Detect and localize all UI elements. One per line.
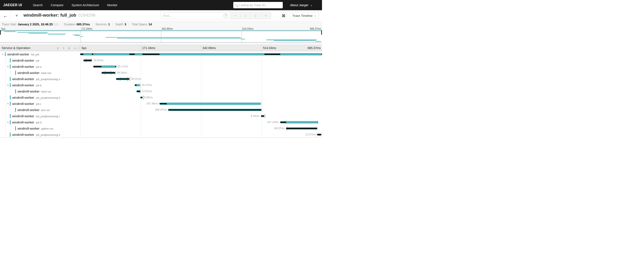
nav-item-monitor[interactable]: Monitor bbox=[103, 4, 122, 7]
tree-cell-job_postprocessing-d[interactable]: windmill-workerjob_postprocessing d bbox=[0, 132, 80, 138]
service-color-marker bbox=[10, 83, 11, 87]
timeline-minimap[interactable] bbox=[0, 30, 322, 42]
span-bar-job-b[interactable] bbox=[135, 84, 140, 86]
minimap-axis-tick: 342.69ms bbox=[162, 27, 173, 30]
find-input[interactable] bbox=[160, 12, 221, 19]
tree-cell-python-run[interactable]: windmill-workerpython run bbox=[0, 125, 80, 132]
indent-guide bbox=[6, 107, 6, 113]
tree-cell-job-a[interactable]: ∨windmill-workerjob a bbox=[0, 64, 80, 70]
focus-span-button[interactable]: ⌖ bbox=[230, 12, 240, 19]
operation-name: job_postprocessing b bbox=[36, 96, 60, 99]
span-duration-label: 15.27ms bbox=[142, 82, 152, 88]
span-row: windmill-workerbun run264.47ms bbox=[0, 107, 322, 113]
span-event-tick bbox=[286, 120, 286, 124]
service-name: windmill-workerfull_job bbox=[7, 51, 39, 58]
prev-result-button[interactable]: ∧ bbox=[240, 12, 250, 19]
tree-cell-full_job[interactable]: ∨windmill-workerfull_job bbox=[0, 51, 80, 57]
tree-cell-job_postprocessing-c[interactable]: windmill-workerjob_postprocessing c bbox=[0, 113, 80, 119]
span-row: windmill-workerbash run39.34ms bbox=[0, 70, 322, 76]
tree-cell-bun-run[interactable]: windmill-workerbun run bbox=[0, 107, 80, 113]
span-bar-bun-run[interactable] bbox=[168, 109, 262, 111]
tree-cell-job-b[interactable]: ∨windmill-workerjob b bbox=[0, 82, 80, 88]
span-rows: ∨windmill-workerfull_jobwindmill-workerj… bbox=[0, 51, 322, 138]
span-event-tick bbox=[168, 108, 168, 112]
span-row: windmill-workerbash run10.51ms bbox=[0, 88, 322, 94]
jaeger-logo[interactable]: JAEGER UI bbox=[3, 3, 22, 7]
service-color-marker bbox=[15, 108, 16, 112]
collapse-trace-chevron-icon[interactable]: ∨ bbox=[15, 14, 18, 18]
nav-item-system-architecture[interactable]: System Architecture bbox=[68, 4, 103, 7]
collapse-one-icon[interactable]: ∨ bbox=[57, 46, 59, 50]
minimap-span-bar bbox=[106, 37, 240, 38]
minimap-span-bar bbox=[0, 30, 322, 31]
column-resizer-handle[interactable] bbox=[78, 46, 79, 50]
minimap-span-bar bbox=[241, 39, 245, 40]
back-button[interactable]: ← bbox=[0, 10, 11, 21]
nav-item-search[interactable]: Search bbox=[29, 4, 47, 7]
trace-overview: 0μs171.34ms342.69ms514.03ms685.37ms bbox=[0, 27, 322, 45]
span-event-tick bbox=[318, 120, 318, 124]
span-duration-label: 12.07ms bbox=[305, 132, 316, 138]
span-bar-job[interactable] bbox=[84, 59, 92, 62]
span-bar-job_postprocessing-a[interactable] bbox=[116, 78, 130, 80]
span-bar-job_postprocessing-d[interactable] bbox=[317, 134, 321, 136]
critical-path-segment bbox=[92, 54, 93, 55]
tree-cell-job_postprocessing-a[interactable]: windmill-workerjob_postprocessing a bbox=[0, 76, 80, 82]
span-bar-full_job[interactable] bbox=[80, 53, 322, 56]
service-color-marker bbox=[15, 126, 16, 130]
row-collapse-chevron-icon[interactable]: ∨ bbox=[7, 120, 9, 125]
span-bar-python-run[interactable] bbox=[286, 127, 317, 130]
stat-value-fraction: .515 bbox=[53, 22, 58, 26]
tree-cell-bash-run[interactable]: windmill-workerbash run bbox=[0, 88, 80, 94]
span-bar-job_postprocessing-b[interactable] bbox=[140, 96, 142, 99]
indent-guide bbox=[6, 70, 6, 76]
span-bar-job_postprocessing-c[interactable] bbox=[261, 115, 264, 117]
span-bar-cell: 5.88ms bbox=[80, 94, 322, 101]
tree-cell-job-c[interactable]: ∨windmill-workerjob c bbox=[0, 101, 80, 107]
clear-find-button[interactable]: ✕ bbox=[260, 12, 271, 19]
expand-all-icon[interactable]: » bbox=[74, 46, 76, 50]
span-duration-label: 88.57ms bbox=[274, 125, 284, 132]
span-duration-label: 9.44ms bbox=[251, 113, 260, 119]
service-color-marker bbox=[10, 64, 11, 69]
critical-path-segment bbox=[160, 103, 167, 104]
operation-name: bash run bbox=[41, 90, 51, 93]
keyboard-shortcuts-button[interactable]: ⌘ bbox=[280, 12, 287, 19]
minimap-span-bar bbox=[48, 34, 66, 34]
minimap-right-handle[interactable] bbox=[321, 30, 322, 35]
operation-name: job c bbox=[36, 102, 41, 106]
axis-gridline bbox=[141, 45, 141, 51]
trace-id-search-input[interactable] bbox=[239, 4, 281, 7]
find-help[interactable]: ? bbox=[221, 12, 230, 19]
tree-cell-job_postprocessing-b[interactable]: windmill-workerjob_postprocessing b bbox=[0, 94, 80, 101]
tree-cell-job[interactable]: windmill-workerjob bbox=[0, 57, 80, 64]
stat-label: Duration bbox=[64, 22, 75, 26]
row-collapse-chevron-icon[interactable]: ∨ bbox=[7, 101, 9, 106]
row-collapse-chevron-icon[interactable]: ∨ bbox=[2, 52, 4, 57]
nav-item-compare[interactable]: Compare bbox=[47, 4, 68, 7]
operation-name: job d bbox=[36, 121, 41, 124]
timeline-axis-tick: 342.69ms bbox=[202, 45, 216, 51]
trace-view-dropdown[interactable]: Trace Timeline ∨ bbox=[289, 12, 319, 19]
help-icon: ? bbox=[224, 14, 228, 18]
tree-cell-bash-run[interactable]: windmill-workerbash run bbox=[0, 70, 80, 76]
expand-one-icon[interactable]: › bbox=[63, 46, 64, 50]
indent-guide bbox=[6, 76, 6, 82]
about-jaeger-menu[interactable]: About Jaeger ∨ bbox=[290, 4, 312, 7]
row-collapse-chevron-icon[interactable]: ∨ bbox=[7, 64, 9, 69]
service-name: windmill-workerjob bbox=[12, 57, 39, 64]
jaeger-trace-page: JAEGER UI SearchCompareSystem Architectu… bbox=[0, 0, 322, 139]
next-result-button[interactable]: ∨ bbox=[250, 12, 260, 19]
minimap-left-handle[interactable] bbox=[0, 30, 1, 35]
critical-path-segment bbox=[135, 85, 136, 86]
row-collapse-chevron-icon[interactable]: ∨ bbox=[7, 83, 9, 88]
span-bar-bash-run[interactable] bbox=[102, 72, 115, 74]
tree-cell-job-d[interactable]: ∨windmill-workerjob d bbox=[0, 119, 80, 125]
trace-id-search-box[interactable] bbox=[233, 2, 283, 8]
timeline-axis-tick: 514.03ms bbox=[263, 45, 276, 51]
minimap-span-bar bbox=[117, 38, 242, 38]
stat-label: Trace Start bbox=[2, 22, 16, 26]
span-bar-job-c[interactable] bbox=[160, 102, 261, 105]
collapse-all-icon[interactable]: ∨∨ bbox=[68, 47, 70, 50]
span-bar-job-a[interactable] bbox=[93, 66, 116, 68]
